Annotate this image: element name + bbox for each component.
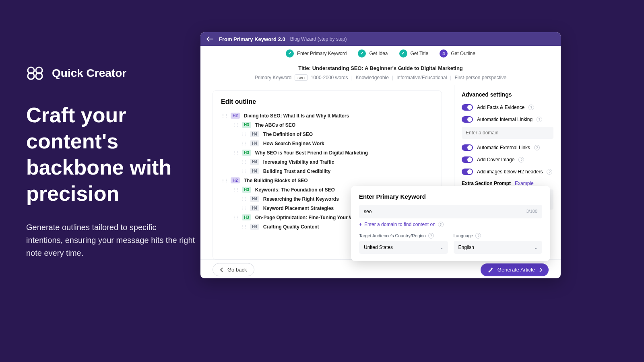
- article-title: Title: Understanding SEO: A Beginner's G…: [213, 65, 549, 71]
- outline-item[interactable]: ⋮⋮H2The Building Blocks of SEO: [221, 176, 433, 185]
- drag-handle-icon[interactable]: ⋮⋮: [240, 160, 246, 164]
- outline-item[interactable]: ⋮⋮H4Building Trust and Credibility: [240, 167, 433, 176]
- heading-level-tag: H2: [231, 177, 240, 183]
- logo-text: Quick Creator: [52, 67, 126, 80]
- generate-article-button[interactable]: Generate Article: [481, 263, 549, 276]
- step-enter-keyword[interactable]: ✓ Enter Primary Keyword: [286, 49, 347, 58]
- help-icon[interactable]: ?: [528, 105, 534, 110]
- example-link[interactable]: Example: [515, 181, 534, 186]
- go-back-button[interactable]: Go back: [213, 263, 254, 276]
- toggle-h2-images[interactable]: [462, 169, 473, 175]
- drag-handle-icon[interactable]: ⋮⋮: [240, 224, 246, 229]
- heading-level-tag: H3: [242, 187, 251, 193]
- drag-handle-icon[interactable]: ⋮⋮: [240, 141, 246, 146]
- settings-title: Advanced settings: [462, 91, 553, 98]
- drag-handle-icon[interactable]: ⋮⋮: [232, 187, 238, 192]
- outline-text: Researching the Right Keywords: [263, 196, 339, 202]
- chevron-left-icon: [220, 267, 223, 272]
- magic-wand-icon: [487, 267, 493, 273]
- drag-handle-icon[interactable]: ⋮⋮: [240, 206, 246, 210]
- toggle-facts[interactable]: [462, 104, 473, 111]
- check-icon: ✓: [358, 49, 366, 58]
- outline-item[interactable]: ⋮⋮H3Why SEO is Your Best Friend in Digit…: [232, 148, 433, 157]
- setting-h2-images: Add images below H2 headers ?: [462, 169, 553, 175]
- hero-subtitle: Generate outlines tailored to specific i…: [26, 221, 195, 259]
- outline-item[interactable]: ⋮⋮H4The Definition of SEO: [240, 130, 433, 139]
- toggle-external-link[interactable]: [462, 144, 473, 151]
- hero-headline: Craft your content's backbone with preci…: [26, 102, 195, 207]
- header-subtitle: Blog Wizard (step by step): [290, 36, 347, 42]
- outline-item[interactable]: ⋮⋮H2Diving Into SEO: What It Is and Why …: [221, 111, 433, 120]
- setting-internal-linking: Automatic Internal Linking ?: [462, 116, 553, 123]
- wizard-footer: Go back Generate Article: [200, 259, 561, 278]
- step-label: Get Title: [411, 51, 429, 56]
- outline-text: Keyword Placement Strategies: [263, 206, 334, 211]
- help-icon[interactable]: ?: [475, 233, 481, 239]
- check-icon: ✓: [399, 49, 407, 58]
- drag-handle-icon[interactable]: ⋮⋮: [240, 197, 246, 201]
- drag-handle-icon[interactable]: ⋮⋮: [240, 169, 246, 173]
- heading-level-tag: H4: [250, 159, 259, 165]
- add-domain-link[interactable]: + Enter a domain to find content on ?: [359, 222, 542, 227]
- language-select[interactable]: English ⌄: [454, 241, 543, 254]
- toggle-cover-image[interactable]: [462, 156, 473, 163]
- outline-text: The Building Blocks of SEO: [244, 178, 308, 183]
- popup-title: Enter Primary Keyword: [359, 193, 542, 200]
- toggle-internal-link[interactable]: [462, 116, 473, 123]
- logo: Quick Creator: [26, 66, 195, 80]
- help-icon[interactable]: ?: [534, 145, 540, 150]
- help-icon[interactable]: ?: [438, 222, 444, 227]
- help-icon[interactable]: ?: [428, 233, 434, 239]
- outline-panel-title: Edit outline: [221, 98, 433, 105]
- primary-keyword-label: Primary Keyword: [255, 75, 291, 80]
- pov: First-person perspective: [454, 75, 506, 80]
- plus-icon: +: [359, 222, 362, 227]
- drag-handle-icon[interactable]: ⋮⋮: [240, 132, 246, 136]
- step-label: Get Outline: [451, 51, 475, 56]
- heading-level-tag: H4: [250, 224, 259, 230]
- outline-text: Crafting Quality Content: [263, 224, 319, 230]
- heading-level-tag: H4: [250, 205, 259, 211]
- outline-item[interactable]: ⋮⋮H4Increasing Visibility and Traffic: [240, 157, 433, 167]
- primary-keyword-input[interactable]: [359, 205, 542, 218]
- tone: Knowledgeable: [356, 75, 389, 80]
- logo-icon: [26, 66, 44, 80]
- step-get-outline[interactable]: 4 Get Outline: [440, 49, 475, 58]
- help-icon[interactable]: ?: [547, 169, 552, 175]
- language-label: Language?: [454, 233, 543, 239]
- back-arrow-icon[interactable]: [206, 35, 214, 43]
- chevron-down-icon: ⌄: [440, 245, 443, 250]
- drag-handle-icon[interactable]: ⋮⋮: [232, 150, 238, 155]
- outline-item[interactable]: ⋮⋮H3The ABCs of SEO: [232, 120, 433, 130]
- drag-handle-icon[interactable]: ⋮⋮: [232, 215, 238, 220]
- internal-link-domain-input[interactable]: [462, 127, 553, 139]
- outline-text: Keywords: The Foundation of SEO: [255, 187, 335, 193]
- setting-cover-image: Add Cover Image ?: [462, 156, 553, 163]
- drag-handle-icon[interactable]: ⋮⋮: [232, 123, 238, 127]
- heading-level-tag: H4: [250, 168, 259, 174]
- heading-level-tag: H3: [242, 214, 251, 220]
- help-icon[interactable]: ?: [518, 157, 524, 162]
- outline-text: How Search Engines Work: [263, 141, 324, 146]
- step-get-title[interactable]: ✓ Get Title: [399, 49, 429, 58]
- wizard-stepper: ✓ Enter Primary Keyword ✓ Get Idea ✓ Get…: [200, 46, 561, 61]
- help-icon[interactable]: ?: [537, 117, 542, 122]
- step-get-idea[interactable]: ✓ Get Idea: [358, 49, 388, 58]
- drag-handle-icon[interactable]: ⋮⋮: [221, 178, 227, 183]
- region-label: Target Audience's Country/Region?: [359, 233, 448, 239]
- word-count: 1000-2000 words: [311, 75, 348, 80]
- heading-level-tag: H4: [250, 131, 259, 137]
- region-select[interactable]: United States ⌄: [359, 241, 448, 254]
- setting-facts-evidence: Add Facts & Evidence ?: [462, 104, 553, 111]
- heading-level-tag: H4: [250, 196, 259, 202]
- outline-item[interactable]: ⋮⋮H4How Search Engines Work: [240, 139, 433, 148]
- heading-level-tag: H2: [231, 113, 240, 119]
- outline-text: Why SEO is Your Best Friend in Digital M…: [255, 150, 368, 156]
- style: Informative/Educational: [396, 75, 447, 80]
- extra-prompt-label: Extra Section Prompt: [462, 181, 511, 186]
- outline-text: The ABCs of SEO: [255, 122, 295, 128]
- outline-text: The Definition of SEO: [263, 132, 313, 137]
- drag-handle-icon[interactable]: ⋮⋮: [221, 113, 227, 118]
- app-header: From Primary Keyword 2.0 Blog Wizard (st…: [200, 32, 561, 46]
- outline-text: Increasing Visibility and Traffic: [263, 159, 334, 165]
